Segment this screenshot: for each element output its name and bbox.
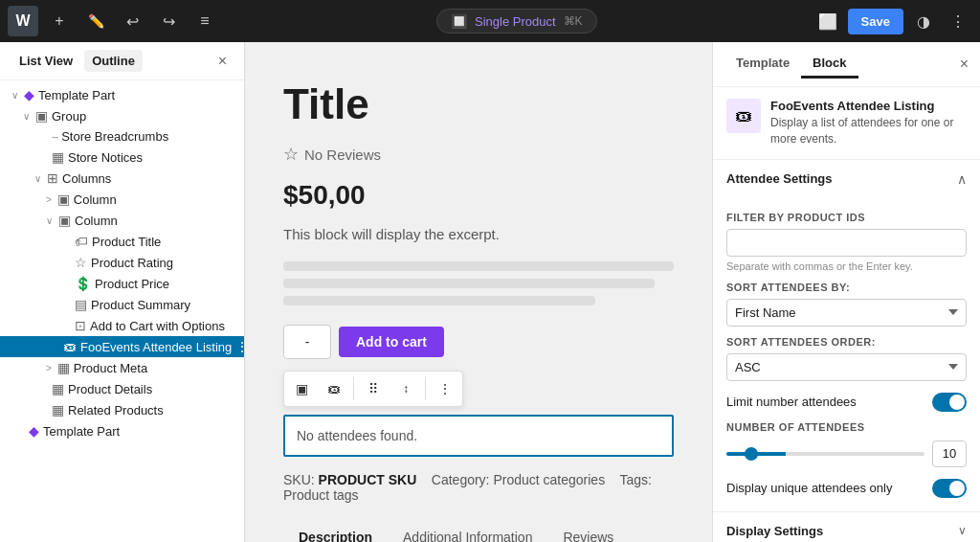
redo-button[interactable]: ↪ — [153, 6, 184, 36]
content-area: Title ☆ No Reviews $50,00 This block wil… — [245, 42, 712, 542]
outline-tab[interactable]: Outline — [84, 50, 143, 72]
template-part-icon: ◆ — [24, 87, 34, 102]
product-details-icon: ▦ — [52, 381, 64, 396]
related-products-icon: ▦ — [52, 402, 64, 418]
fooevents-icon: 🎟 — [63, 339, 77, 354]
sidebar-item-related-products[interactable]: ▦ Related Products — [0, 399, 244, 420]
block-name: FooEvents Attendee Listing — [770, 99, 967, 113]
main-layout: List View Outline × ∨ ◆ Template Part ∨ … — [0, 42, 980, 542]
panel-tabs: Template Block — [724, 50, 858, 79]
toggle-knob — [949, 395, 965, 410]
limit-toggle[interactable] — [932, 393, 967, 412]
breadcrumb-pill[interactable]: 🔲 Single Product ⌘K — [436, 9, 597, 34]
sidebar-item-fooevents[interactable]: 🎟 FooEvents Attendee Listing ⋮ — [0, 336, 244, 357]
sidebar-item-product-summary[interactable]: ▤ Product Summary — [0, 294, 244, 315]
unique-toggle[interactable] — [932, 479, 967, 498]
toolbar-arrows-button[interactable]: ↕ — [390, 373, 421, 404]
star-icon: ☆ — [283, 144, 299, 165]
block-info: 🎟 FooEvents Attendee Listing Display a l… — [713, 87, 980, 160]
add-block-button[interactable]: + — [44, 6, 75, 36]
column-icon: ▣ — [58, 213, 71, 228]
toolbar-block-type-button[interactable]: ▣ — [286, 373, 317, 404]
save-button[interactable]: Save — [848, 9, 903, 34]
display-settings-header[interactable]: Display Settings ∨ — [713, 512, 980, 542]
filter-input[interactable] — [726, 229, 967, 257]
sort-order-label: SORT ATTENDEES ORDER: — [726, 336, 967, 348]
limit-toggle-label: Limit number attendees — [726, 395, 857, 409]
attendee-settings-header[interactable]: Attendee Settings ∧ — [713, 160, 980, 198]
product-rating-icon: ☆ — [75, 255, 87, 270]
skeleton-line-1 — [283, 261, 674, 271]
tree-label: Template Part — [38, 88, 236, 102]
sidebar-item-product-title[interactable]: 🏷 Product Title — [0, 231, 244, 252]
sidebar-close-button[interactable]: × — [212, 51, 233, 72]
attendees-block: No attendees found. — [283, 415, 674, 457]
tab-reviews[interactable]: Reviews — [547, 522, 629, 542]
more-options-button[interactable]: ⋮ — [944, 7, 972, 35]
sidebar-item-add-to-cart[interactable]: ⊡ Add to Cart with Options — [0, 315, 244, 336]
filter-hint: Separate with commas or the Enter key. — [726, 260, 967, 272]
sidebar-item-product-rating[interactable]: ☆ Product Rating — [0, 252, 244, 273]
sidebar-item-product-details[interactable]: ▦ Product Details — [0, 378, 244, 399]
sidebar-item-store-breadcrumbs[interactable]: ··· Store Breadcrumbs — [0, 126, 244, 147]
panel-tab-block[interactable]: Block — [801, 50, 858, 79]
skeleton-line-3 — [283, 296, 595, 305]
tab-additional-info[interactable]: Additional Information — [388, 522, 547, 542]
toolbar-drag-button[interactable]: 🎟 — [319, 373, 349, 404]
sidebar-item-group[interactable]: ∨ ▣ Group — [0, 105, 244, 126]
right-panel: Template Block × 🎟 FooEvents Attendee Li… — [712, 42, 980, 542]
breadcrumb-shortcut: ⌘K — [564, 14, 583, 28]
toolbar-more-button[interactable]: ⋮ — [430, 373, 460, 404]
tab-description[interactable]: Description — [283, 522, 388, 542]
sidebar-item-template-part-bottom[interactable]: ◆ Template Part — [0, 420, 244, 441]
tree-label: Product Price — [95, 277, 236, 291]
style-button[interactable]: ◑ — [909, 7, 938, 35]
toolbar-move-up-button[interactable]: ⠿ — [358, 373, 389, 404]
attendees-slider[interactable] — [726, 452, 924, 456]
sort-order-select[interactable]: ASCDESC — [726, 353, 967, 381]
attendee-settings-title: Attendee Settings — [726, 171, 833, 186]
edit-icon-button[interactable]: ✏️ — [80, 6, 111, 36]
sidebar-item-product-price[interactable]: 💲 Product Price — [0, 273, 244, 294]
tree-label: Product Meta — [74, 361, 236, 375]
tree-label: Template Part — [43, 424, 236, 439]
block-description: Display a list of attendees for one or m… — [770, 115, 967, 147]
wp-logo-icon[interactable]: W — [8, 6, 38, 36]
undo-button[interactable]: ↩ — [117, 6, 147, 36]
panel-header: Template Block × — [713, 42, 980, 87]
sidebar-item-product-meta[interactable]: > ▦ Product Meta — [0, 357, 244, 378]
sidebar-item-column-1[interactable]: > ▣ Column — [0, 189, 244, 210]
sidebar-item-template-part-top[interactable]: ∨ ◆ Template Part — [0, 84, 244, 105]
sidebar-tabs: List View Outline — [11, 50, 143, 72]
sidebar-item-column-2[interactable]: ∨ ▣ Column — [0, 210, 244, 231]
more-options-icon[interactable]: ⋮ — [235, 339, 244, 354]
chevron-icon: ∨ — [11, 90, 18, 101]
panel-close-button[interactable]: × — [960, 56, 969, 73]
attendee-settings-content: FILTER BY PRODUCT IDS Separate with comm… — [713, 198, 980, 511]
preview-button[interactable]: ⬜ — [813, 7, 842, 35]
sidebar-item-columns[interactable]: ∨ ⊞ Columns — [0, 168, 244, 189]
product-title-icon: 🏷 — [75, 234, 88, 249]
tree-label: Group — [52, 109, 236, 124]
sort-by-select[interactable]: First NameLast NameEmailDate — [726, 299, 967, 327]
tree-label: Product Title — [92, 235, 236, 249]
add-to-cart-button[interactable]: Add to cart — [339, 327, 444, 357]
quantity-input[interactable]: - — [283, 325, 331, 359]
chevron-down-icon: ∨ — [958, 524, 967, 537]
columns-icon: ⊞ — [47, 170, 58, 186]
skeleton-lines — [283, 261, 674, 305]
panel-tab-template[interactable]: Template — [724, 50, 801, 79]
tree-label: Product Summary — [91, 298, 236, 312]
breadcrumbs-icon: ··· — [52, 131, 57, 143]
no-attendees-text: No attendees found. — [297, 428, 417, 443]
list-view-tab[interactable]: List View — [11, 50, 80, 72]
chevron-icon: ∨ — [34, 173, 41, 184]
list-view-button[interactable]: ≡ — [189, 6, 220, 36]
group-icon: ▣ — [35, 108, 48, 124]
display-settings-section: Display Settings ∨ — [713, 512, 980, 542]
filter-label: FILTER BY PRODUCT IDS — [726, 212, 967, 223]
slider-value: 10 — [932, 440, 967, 467]
topbar-left: W + ✏️ ↩ ↪ ≡ — [8, 6, 220, 36]
no-reviews-text: No Reviews — [304, 147, 381, 163]
sidebar-item-store-notices[interactable]: ▦ Store Notices — [0, 147, 244, 168]
